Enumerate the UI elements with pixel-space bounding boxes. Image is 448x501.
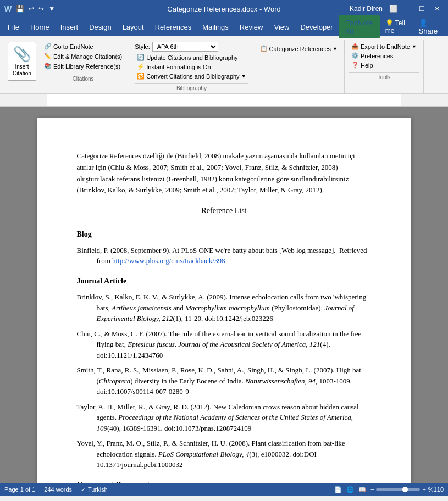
zoom-slider[interactable] [376, 488, 420, 491]
help-button[interactable]: ❓ Help [349, 60, 419, 70]
insert-citation-button[interactable]: 📎 InsertCitation [8, 42, 36, 81]
menu-mailings[interactable]: Mailings [197, 20, 234, 35]
reference-list-title: Reference List [77, 205, 372, 217]
category-journal: Journal Article [77, 275, 372, 287]
zoom-bar: − + %110 [370, 486, 444, 493]
menu-design[interactable]: Design [84, 20, 117, 35]
close-button[interactable]: ✕ [430, 2, 444, 15]
help-icon: ❓ [351, 62, 359, 69]
quick-access-more[interactable]: ▼ [48, 5, 55, 13]
categorize-dropdown-icon[interactable]: ▼ [333, 46, 338, 52]
zoom-out-icon[interactable]: − [370, 486, 374, 493]
tools-group-label: Tools [349, 72, 419, 80]
status-right: 📄 🌐 📖 − + %110 [334, 486, 444, 493]
edit-library-button[interactable]: 📚 Edit Library Reference(s) [42, 62, 124, 71]
export-icon: 📤 [351, 43, 359, 50]
convert-dropdown-icon[interactable]: ▼ [241, 74, 246, 79]
ref-yovel: Yovel, Y., Franz, M. O., Stilz, P., & Sc… [77, 438, 372, 470]
categorize-references-button[interactable]: 📋 Categorize References ▼ [258, 44, 340, 53]
menu-review[interactable]: Review [234, 20, 269, 35]
title-bar: W 💾 ↩ ↪ ▼ Categorize References.docx - W… [0, 0, 448, 18]
document-area[interactable]: Categorize References özelliği ile (Binf… [0, 107, 448, 483]
bibliography-group: Style: APA 6th 🔄 Update Citations and Bi… [130, 40, 253, 93]
endnote-icon: 🔗 [44, 43, 52, 50]
categorize-icon: 📋 [260, 45, 268, 52]
menu-bar: File Home Insert Design Layout Reference… [0, 18, 448, 36]
menu-developer[interactable]: Developer [295, 20, 338, 35]
style-row: Style: APA 6th [135, 42, 248, 52]
view-read-icon[interactable]: 📖 [358, 486, 366, 493]
language-indicator: ✓ Turkish [81, 486, 108, 493]
intro-paragraph: Categorize References özelliği ile (Binf… [77, 151, 372, 196]
status-left: Page 1 of 1 244 words ✓ Turkish [4, 486, 108, 493]
user-name: Kadir Diren [350, 5, 383, 13]
ruler [0, 94, 448, 107]
instant-formatting-button[interactable]: ⚡ Instant Formatting is On - [135, 62, 248, 71]
ref-smith: Smith, T., Rana, R. S., Missiaen, P., Ro… [77, 365, 372, 397]
zoom-level: %110 [428, 486, 444, 493]
ref-taylor: Taylor, A. H., Miller, R., & Gray, R. D.… [77, 402, 372, 434]
ref-brinklov: Brinklov, S., Kalko, E. K. V., & Surlykk… [77, 292, 372, 324]
view-print-icon[interactable]: 📄 [334, 486, 342, 493]
status-bar: Page 1 of 1 244 words ✓ Turkish 📄 🌐 📖 − … [0, 483, 448, 496]
menu-home[interactable]: Home [25, 20, 55, 35]
update-icon: 🔄 [137, 54, 145, 61]
export-endnote-button[interactable]: 📤 Export to EndNote ▼ [349, 42, 419, 51]
preferences-button[interactable]: ⚙️ Preferences [349, 51, 419, 60]
document-title: Categorize References.docx - Word [167, 5, 280, 13]
edit-icon: ✏️ [44, 53, 52, 60]
citations-group-label: Citations [42, 74, 124, 82]
menu-endnote[interactable]: EndNote X8 [339, 15, 380, 38]
title-bar-left: W 💾 ↩ ↪ ▼ [4, 4, 55, 13]
undo-icon[interactable]: ↩ [29, 5, 34, 13]
category-government: Goverment Document [77, 479, 372, 483]
menu-share[interactable]: 👤 Share [413, 15, 446, 38]
ref-binfield: Binfield, P. (2008, September 9). At PLo… [77, 245, 372, 266]
minimize-button[interactable]: — [400, 2, 413, 15]
edit-manage-citation-button[interactable]: ✏️ Edit & Manage Citation(s) [42, 52, 124, 61]
ref-chiu: Chiu, C., & Moss, C. F. (2007). The role… [77, 329, 372, 361]
word-icon: W [4, 4, 12, 13]
document-page: Categorize References özelliği ile (Binf… [37, 118, 411, 483]
convert-citations-button[interactable]: 🔁 Convert Citations and Bibliography ▼ [135, 71, 248, 81]
redo-icon[interactable]: ↪ [38, 5, 44, 13]
ribbon-display-btn[interactable]: ⬜ [389, 5, 397, 13]
update-citations-button[interactable]: 🔄 Update Citations and Bibliography [135, 53, 248, 62]
style-label: Style: [135, 43, 150, 50]
export-dropdown-icon[interactable]: ▼ [412, 44, 417, 49]
spell-icon: ✓ [81, 486, 86, 493]
maximize-button[interactable]: ☐ [415, 2, 428, 15]
zoom-thumb[interactable] [402, 487, 408, 492]
library-icon: 📚 [44, 63, 52, 70]
ruler-inner [47, 94, 401, 106]
convert-icon: 🔁 [137, 73, 145, 80]
categorize-group: 📋 Categorize References ▼ [253, 40, 345, 93]
save-icon[interactable]: 💾 [16, 5, 24, 13]
style-select[interactable]: APA 6th [152, 42, 218, 52]
bibliography-group-label: Bibliography [135, 83, 248, 91]
insert-citation-icon: 📎 [13, 46, 31, 63]
citations-group: 📎 InsertCitation 🔗 Go to EndNote ✏️ Edit… [4, 40, 130, 93]
menu-layout[interactable]: Layout [117, 20, 150, 35]
view-web-icon[interactable]: 🌐 [346, 486, 354, 493]
menu-references[interactable]: References [150, 20, 197, 35]
menu-view[interactable]: View [268, 20, 295, 35]
menu-insert[interactable]: Insert [55, 20, 84, 35]
binfield-link[interactable]: http://www.plos.org/cms/trackback/398 [112, 257, 225, 265]
zoom-in-icon[interactable]: + [422, 486, 425, 493]
go-to-endnote-button[interactable]: 🔗 Go to EndNote [42, 42, 124, 51]
tools-group: 📤 Export to EndNote ▼ ⚙️ Preferences ❓ H… [345, 40, 424, 93]
ribbon-content: 📎 InsertCitation 🔗 Go to EndNote ✏️ Edit… [4, 40, 444, 93]
page-info: Page 1 of 1 [4, 486, 35, 493]
instant-icon: ⚡ [137, 63, 145, 70]
word-count: 244 words [44, 486, 72, 493]
menu-file[interactable]: File [2, 20, 25, 35]
category-blog: Blog [77, 229, 372, 241]
menu-tell-me[interactable]: 💡 Tell me [380, 16, 413, 38]
preferences-icon: ⚙️ [351, 52, 359, 59]
ribbon: 📎 InsertCitation 🔗 Go to EndNote ✏️ Edit… [0, 36, 448, 94]
title-bar-right: Kadir Diren ⬜ — ☐ ✕ [350, 2, 444, 15]
